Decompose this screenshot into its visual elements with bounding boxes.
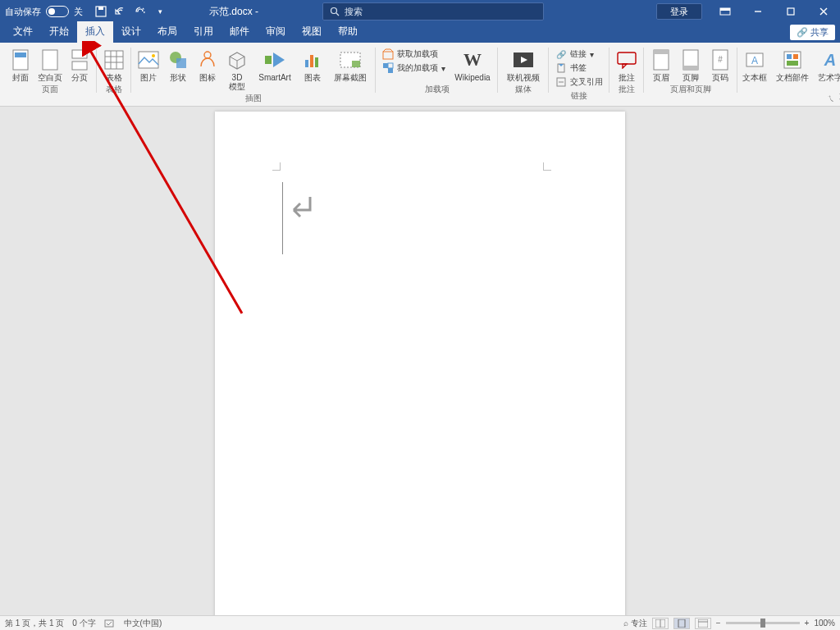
page-number-label: 页码: [712, 73, 728, 82]
wikipedia-button[interactable]: WWikipedia: [450, 46, 495, 82]
svg-point-3: [331, 8, 337, 14]
document-canvas[interactable]: [0, 107, 840, 615]
tab-references[interactable]: 引用: [185, 21, 221, 43]
svg-rect-45: [618, 52, 636, 64]
store-icon: [382, 48, 394, 60]
group-pages: 封面 空白页 分页 页面: [3, 44, 97, 106]
qat-dropdown-icon[interactable]: ▾: [153, 5, 167, 18]
web-layout-button[interactable]: [695, 618, 711, 629]
comment-icon: [615, 48, 638, 72]
tab-view[interactable]: 视图: [294, 21, 330, 43]
svg-rect-36: [383, 63, 388, 68]
titlebar-left: 自动保存 关 ▾: [0, 5, 167, 18]
focus-label: 专注: [631, 619, 647, 628]
page-number-button[interactable]: #页码: [706, 46, 734, 82]
tab-layout[interactable]: 布局: [149, 21, 185, 43]
svg-rect-28: [265, 56, 272, 64]
my-addins-button[interactable]: 我的加载项 ▾: [379, 62, 449, 75]
autosave-toggle[interactable]: 自动保存 关: [5, 6, 83, 18]
pictures-label: 图片: [140, 73, 157, 82]
addins-icon: [382, 62, 394, 74]
tab-review[interactable]: 审阅: [258, 21, 294, 43]
redo-icon[interactable]: [134, 5, 147, 18]
textbox-button[interactable]: A文本框: [741, 46, 769, 82]
svg-text:A: A: [751, 55, 758, 66]
get-addins-button[interactable]: 获取加载项: [379, 48, 449, 61]
page-break-button[interactable]: 分页: [66, 46, 94, 82]
svg-marker-42: [559, 64, 564, 66]
tab-help[interactable]: 帮助: [330, 21, 366, 43]
login-button[interactable]: 登录: [656, 3, 702, 20]
shapes-icon: [167, 48, 189, 72]
spellcheck-icon[interactable]: [104, 619, 116, 628]
tab-design[interactable]: 设计: [113, 21, 149, 43]
screenshot-button[interactable]: 屏幕截图: [328, 46, 372, 82]
minimize-button[interactable]: [742, 0, 774, 23]
comment-button[interactable]: 批注: [613, 46, 641, 82]
read-mode-button[interactable]: [652, 618, 669, 629]
save-icon[interactable]: [94, 5, 107, 18]
footer-button[interactable]: 页脚: [677, 46, 705, 82]
quick-access-toolbar: ▾: [94, 5, 167, 18]
svg-marker-29: [273, 52, 285, 67]
svg-rect-30: [305, 60, 308, 67]
collapse-ribbon-icon[interactable]: ㄟ: [827, 93, 835, 104]
chart-button[interactable]: 图表: [299, 46, 326, 82]
group-addins: 获取加载项 我的加载项 ▾ WWikipedia 加载项: [376, 44, 498, 106]
svg-point-22: [152, 54, 155, 57]
maximize-button[interactable]: [774, 0, 807, 23]
svg-marker-46: [623, 64, 627, 68]
wordart-button[interactable]: A艺术字: [816, 46, 840, 82]
header-button[interactable]: 页眉: [647, 46, 675, 82]
crossref-button[interactable]: 交叉引用: [552, 75, 606, 89]
group-illustrations-label: 插图: [135, 91, 372, 106]
document-title: 示范.docx -: [209, 5, 258, 19]
bookmark-button[interactable]: 书签: [552, 62, 606, 75]
my-addins-label: 我的加载项: [397, 62, 438, 74]
cover-page-button[interactable]: 封面: [7, 46, 34, 82]
tab-mailings[interactable]: 邮件: [221, 21, 258, 43]
svg-rect-24: [176, 58, 186, 68]
svg-rect-38: [388, 63, 393, 68]
svg-rect-56: [787, 54, 792, 59]
quick-parts-button[interactable]: 文档部件: [770, 46, 815, 82]
online-video-button[interactable]: 联机视频: [501, 46, 546, 82]
cover-page-label: 封面: [12, 73, 29, 82]
icons-button[interactable]: 图标: [194, 46, 221, 82]
pictures-button[interactable]: 图片: [135, 46, 162, 82]
share-button[interactable]: 🔗 共享: [790, 25, 835, 40]
tab-file[interactable]: 文件: [5, 21, 41, 43]
tab-insert[interactable]: 插入: [77, 21, 113, 43]
zoom-slider[interactable]: [726, 622, 800, 624]
table-button[interactable]: 表格: [100, 46, 128, 82]
svg-rect-14: [72, 50, 87, 58]
zoom-level[interactable]: 100%: [814, 619, 835, 628]
zoom-out-button[interactable]: −: [716, 619, 721, 628]
group-addins-label: 加载项: [379, 82, 495, 97]
svg-rect-8: [788, 8, 794, 15]
word-count[interactable]: 0 个字: [72, 618, 95, 629]
ribbon-options-icon[interactable]: [709, 0, 742, 23]
tab-home[interactable]: 开始: [41, 21, 77, 43]
language-status[interactable]: 中文(中国): [124, 618, 162, 629]
wordart-label: 艺术字: [818, 73, 840, 82]
focus-mode-button[interactable]: ⌕ 专注: [623, 618, 647, 629]
page[interactable]: [215, 112, 625, 615]
link-button[interactable]: 🔗链接 ▾: [552, 48, 606, 61]
smartart-button[interactable]: SmartArt: [253, 46, 297, 82]
print-layout-button[interactable]: [673, 618, 690, 629]
table-icon: [103, 48, 126, 72]
group-tables-label: 表格: [100, 82, 128, 97]
close-button[interactable]: [807, 0, 840, 23]
undo-icon[interactable]: [114, 5, 127, 18]
ribbon-tabs: 文件 开始 插入 设计 布局 引用 邮件 审阅 视图 帮助 🔗 共享: [0, 23, 840, 43]
chart-icon: [301, 48, 324, 72]
page-status[interactable]: 第 1 页，共 1 页: [5, 618, 64, 629]
3d-models-button[interactable]: 3D 模型: [223, 46, 251, 91]
zoom-in-button[interactable]: +: [805, 619, 810, 628]
blank-page-button[interactable]: 空白页: [36, 46, 64, 82]
group-comments: 批注 批注: [609, 44, 644, 106]
search-box[interactable]: 搜索: [322, 2, 544, 21]
shapes-button[interactable]: 形状: [164, 46, 192, 82]
svg-rect-16: [105, 51, 123, 69]
